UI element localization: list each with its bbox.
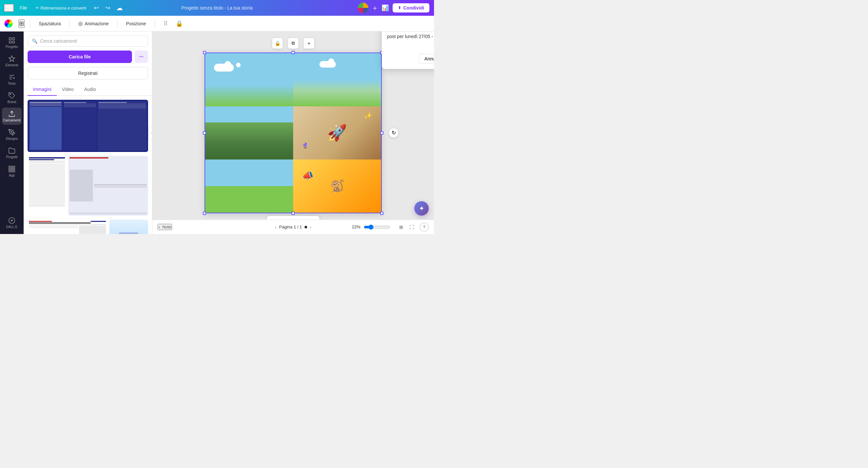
stats-button[interactable]: 📊 bbox=[381, 4, 389, 11]
next-page-button[interactable]: › bbox=[310, 224, 312, 230]
design-canvas: 🚀 ✨ 🔮 📣 🐒 bbox=[205, 53, 382, 213]
canvas-cell-5[interactable] bbox=[205, 159, 293, 213]
share-icon: ⬆ bbox=[398, 6, 401, 10]
folder-icon bbox=[8, 147, 16, 154]
help-button[interactable]: ? bbox=[420, 222, 429, 232]
cloud-save-button[interactable]: ☁ bbox=[115, 3, 124, 13]
pattern-button[interactable]: ⠿ bbox=[160, 18, 170, 29]
more-options-button[interactable]: ··· bbox=[134, 51, 148, 63]
bottom-bar: ♪ Note ‹ Pagina 1 / 1 › 22% ⊞ ⛶ ? bbox=[152, 220, 434, 234]
handle-top-mid[interactable] bbox=[291, 51, 295, 54]
list-item[interactable] bbox=[28, 220, 107, 234]
grid-view-button[interactable]: ⊞ bbox=[397, 222, 406, 232]
handle-mid-left[interactable] bbox=[203, 131, 206, 134]
lock-icon[interactable]: 🔒 bbox=[176, 20, 183, 27]
comment-icons: @ 😊 ✏ bbox=[387, 44, 434, 51]
tab-immagini[interactable]: Immagini bbox=[28, 83, 57, 96]
sidebar-item-progetti[interactable]: Progetti bbox=[2, 145, 22, 161]
sidebar-item-app[interactable]: App bbox=[2, 163, 22, 180]
zoom-slider[interactable] bbox=[364, 224, 390, 230]
lock-canvas-button[interactable]: 🔒 bbox=[272, 38, 283, 49]
undo-button[interactable]: ↩ bbox=[92, 3, 101, 13]
add-to-page-button[interactable]: + bbox=[304, 38, 314, 49]
sidebar-item-elementi[interactable]: Elementi bbox=[2, 53, 22, 69]
list-item[interactable] bbox=[68, 156, 148, 216]
canvas-cell-4[interactable]: 🚀 ✨ 🔮 bbox=[293, 106, 381, 159]
comment-input[interactable] bbox=[387, 32, 434, 41]
magic-button[interactable]: ✦ bbox=[414, 201, 429, 216]
avatar[interactable] bbox=[358, 3, 368, 13]
duplicate-button[interactable]: ⧉ bbox=[288, 38, 299, 49]
ai-icon bbox=[8, 217, 16, 224]
rotate-handle[interactable]: ↻ bbox=[389, 128, 398, 137]
handle-top-left[interactable] bbox=[203, 51, 206, 54]
panel-scroll[interactable]: 👤 bbox=[24, 96, 152, 234]
annulla-button[interactable]: Annulla bbox=[419, 54, 434, 64]
list-item[interactable] bbox=[28, 156, 66, 208]
handle-mid-right[interactable] bbox=[380, 131, 383, 134]
sidebar-item-brand[interactable]: Brand bbox=[2, 89, 22, 106]
pen-icon bbox=[8, 129, 16, 136]
color-picker[interactable] bbox=[4, 19, 13, 28]
redo-button[interactable]: ↪ bbox=[103, 3, 112, 13]
handle-bottom-left[interactable] bbox=[203, 212, 206, 215]
canvas-cell-1[interactable] bbox=[205, 53, 293, 106]
left-sidebar: Progetto Elementi Testo Brand Caricament… bbox=[0, 32, 24, 234]
svg-rect-13 bbox=[13, 168, 15, 170]
divider-3 bbox=[117, 20, 118, 28]
canvas-wrapper: 🔒 ⧉ + bbox=[205, 53, 382, 213]
sidebar-item-dalle[interactable]: DALL·E bbox=[2, 214, 22, 231]
tab-video[interactable]: Video bbox=[57, 83, 79, 96]
grid-button[interactable]: ⊞ bbox=[19, 19, 25, 28]
upload-button[interactable]: Carica file bbox=[28, 51, 132, 63]
brand-icon bbox=[8, 92, 16, 99]
share-button[interactable]: ⬆ Condividi bbox=[392, 3, 430, 13]
svg-marker-4 bbox=[9, 56, 15, 61]
sidebar-item-caricamenti[interactable]: Caricamenti bbox=[2, 107, 22, 125]
canvas-cell-6[interactable]: 📣 🐒 bbox=[293, 159, 381, 213]
animation-icon: ◎ bbox=[78, 20, 83, 27]
handle-bottom-mid[interactable] bbox=[291, 212, 295, 215]
search-box[interactable]: 🔍 bbox=[28, 35, 148, 46]
notes-button[interactable]: ♪ Note bbox=[158, 224, 172, 230]
history-actions: ↩ ↪ ☁ bbox=[92, 3, 124, 13]
register-button[interactable]: Registrati bbox=[28, 67, 148, 80]
sidebar-item-progetto[interactable]: Progetto bbox=[2, 34, 22, 51]
svg-point-5 bbox=[10, 94, 11, 95]
edit-icon: ✏ bbox=[36, 6, 39, 10]
page-dot bbox=[305, 226, 307, 228]
page-title: Progetto senza titolo - La tua storia bbox=[181, 5, 252, 10]
animazione-button[interactable]: ◎ Animazione bbox=[75, 19, 112, 29]
list-item[interactable] bbox=[109, 220, 148, 234]
tab-audio[interactable]: Audio bbox=[79, 83, 101, 96]
spaziatura-button[interactable]: Spaziatura bbox=[35, 19, 64, 28]
handle-bottom-right[interactable] bbox=[380, 212, 383, 215]
canvas-cell-2[interactable] bbox=[293, 53, 381, 106]
sidebar-item-disegno[interactable]: Disegno bbox=[2, 126, 22, 143]
resize-button[interactable]: ✏ Ridimensiona e converti bbox=[33, 4, 89, 12]
canvas-cell-3[interactable] bbox=[205, 106, 293, 159]
svg-rect-3 bbox=[12, 41, 14, 43]
svg-rect-2 bbox=[9, 41, 11, 43]
sparkle-icon bbox=[8, 55, 16, 62]
comment-popup: @ 😊 ✏ Annulla Commenta bbox=[382, 32, 434, 69]
sidebar-item-testo[interactable]: Testo bbox=[2, 71, 22, 88]
main-layout: Progetto Elementi Testo Brand Caricament… bbox=[0, 32, 434, 234]
secondary-toolbar: ⊞ Spaziatura ◎ Animazione Posizione ⠿ 🔒 bbox=[0, 16, 434, 32]
svg-rect-14 bbox=[9, 171, 10, 172]
svg-rect-10 bbox=[13, 166, 15, 168]
prev-page-button[interactable]: ‹ bbox=[275, 224, 277, 230]
add-collaborator-button[interactable]: ＋ bbox=[372, 4, 378, 12]
fullscreen-button[interactable]: ⛶ bbox=[407, 222, 416, 232]
panel-actions: Carica file ··· bbox=[24, 51, 152, 67]
pattern-icon: ⠿ bbox=[163, 20, 167, 27]
search-input[interactable] bbox=[40, 38, 144, 44]
hide-panel-button[interactable]: ‹ bbox=[148, 126, 152, 139]
svg-rect-15 bbox=[11, 171, 13, 172]
menu-button[interactable] bbox=[4, 4, 14, 12]
top-bar-right: ＋ 📊 ⬆ Condividi bbox=[358, 3, 430, 13]
file-menu[interactable]: File bbox=[17, 4, 30, 12]
thumbnail-grid-2 bbox=[24, 156, 152, 220]
posizione-button[interactable]: Posizione bbox=[123, 19, 149, 28]
list-item[interactable] bbox=[28, 100, 148, 152]
